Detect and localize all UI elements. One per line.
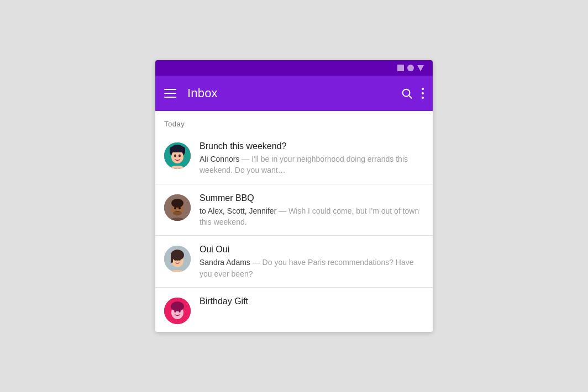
status-icon-circle [407,65,414,71]
search-button[interactable] [401,87,413,99]
svg-point-0 [403,89,410,97]
avatar [164,142,191,169]
status-bar [155,60,433,76]
avatar [164,298,191,324]
message-item[interactable]: Summer BBQ to Alex, Scott, Jennifer — Wi… [155,184,433,236]
message-subject: Summer BBQ [200,193,424,203]
section-label: Today [155,111,433,133]
message-body: Oui Oui Sandra Adams — Do you have Paris… [200,245,424,279]
sender-name: Ali Connors [200,155,239,163]
message-list: Brunch this weekend? Ali Connors — I'll … [155,133,433,332]
app-bar-title: Inbox [187,86,390,100]
message-preview: Ali Connors — I'll be in your neighborho… [200,153,424,176]
message-body: Summer BBQ to Alex, Scott, Jennifer — Wi… [200,193,424,228]
message-item[interactable]: Brunch this weekend? Ali Connors — I'll … [155,133,433,184]
message-preview: to Alex, Scott, Jennifer — Wish I could … [200,205,424,228]
message-subject: Oui Oui [200,245,424,255]
svg-point-6 [174,155,176,157]
svg-point-28 [179,310,181,312]
svg-line-1 [409,96,412,98]
message-item[interactable]: Birthday Gift [155,288,433,332]
svg-rect-20 [171,255,173,263]
svg-point-13 [179,207,181,209]
message-item[interactable]: Oui Oui Sandra Adams — Do you have Paris… [155,236,433,288]
svg-rect-5 [170,147,185,152]
message-body: Brunch this weekend? Ali Connors — I'll … [200,141,424,176]
avatar [164,246,191,272]
svg-point-26 [171,301,184,311]
svg-point-7 [179,155,181,157]
app-bar-actions [401,87,424,99]
search-icon [401,87,413,99]
svg-point-11 [171,199,183,208]
phone-frame: Inbox Today [155,60,433,332]
app-bar: Inbox [155,76,433,111]
more-options-button[interactable] [422,88,424,99]
svg-point-22 [179,258,181,261]
avatar [164,194,191,221]
hamburger-menu-button[interactable] [164,89,176,98]
svg-point-27 [174,310,176,312]
message-body: Birthday Gift [200,296,424,309]
status-icon-triangle [417,65,424,71]
status-icon-square [397,65,404,71]
svg-point-12 [174,207,176,209]
content-area: Today [155,111,433,332]
message-preview: Sandra Adams — Do you have Paris recomme… [200,257,424,279]
sender-name: Sandra Adams [200,258,250,267]
svg-point-21 [174,258,176,261]
sender-name: to Alex, Scott, Jennifer [200,206,276,215]
message-subject: Birthday Gift [200,296,424,306]
message-subject: Brunch this weekend? [200,141,424,151]
